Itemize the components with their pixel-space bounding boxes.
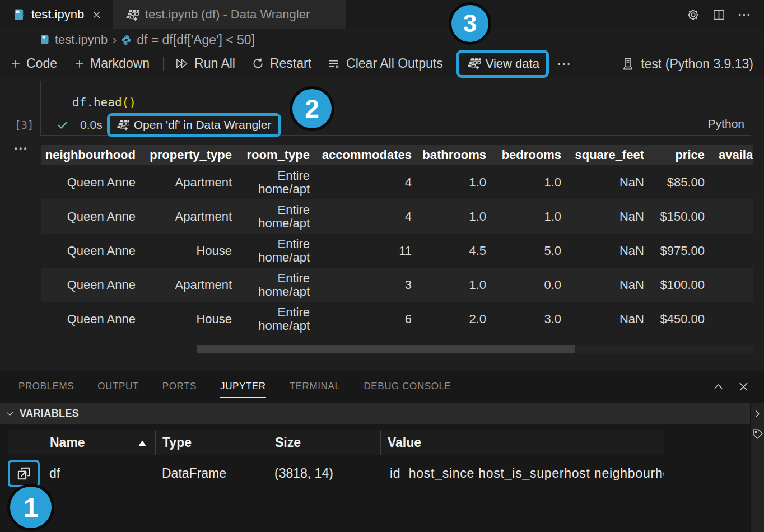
variables-section-title: VARIABLES (20, 408, 79, 419)
table-row: Queen AnneHouse Entire home/apt 114.5 5.… (41, 234, 753, 268)
close-icon[interactable] (92, 10, 101, 20)
kernel-label: test (Python 3.9.13) (641, 57, 753, 72)
restart-button[interactable]: Restart (251, 56, 311, 71)
column-header-type[interactable]: Type (155, 430, 268, 455)
breadcrumb-file[interactable]: test.ipynb (55, 32, 108, 47)
data-wrangler-icon (115, 118, 129, 132)
variables-section-header[interactable]: VARIABLES (0, 403, 750, 424)
sort-ascending-icon (138, 439, 146, 446)
column-header-size[interactable]: Size (268, 430, 380, 455)
variables-grid: Name Type Size Value df DataFrame (3818,… (8, 430, 664, 491)
breadcrumb: test.ipynb › df = df[df['Age'] < 50] (0, 29, 764, 50)
chevron-right-icon[interactable] (752, 409, 762, 419)
table-row: Queen AnneHouse Entire home/apt 62.0 3.0… (41, 302, 753, 336)
close-panel-icon[interactable] (738, 381, 749, 393)
variable-type: DataFrame (155, 466, 268, 481)
notebook-cell[interactable]: df.head() 0.0s Open 'df' in Data Wrangle… (40, 81, 751, 136)
clear-all-outputs-button[interactable]: Clear All Outputs (327, 56, 443, 71)
column-header-name[interactable]: Name (43, 430, 155, 455)
restart-icon (251, 57, 264, 70)
table-row: Queen AnneApartment Entire home/apt 41.0… (41, 199, 753, 234)
open-df-label: Open 'df' in Data Wrangler (134, 118, 272, 132)
notebook-file-icon (13, 8, 25, 21)
variables-grid-header: Name Type Size Value (8, 430, 664, 455)
callout-badge-2: 2 (290, 86, 334, 131)
title-bar: test.ipynb test.ipynb (df) - Data Wrangl… (0, 0, 764, 29)
success-check-icon (57, 119, 69, 131)
column-header-value[interactable]: Value (380, 430, 664, 455)
variable-row-df[interactable]: df DataFrame (3818, 14) id host_since ho… (8, 455, 664, 491)
clear-all-label: Clear All Outputs (346, 56, 443, 71)
cell-code[interactable]: df.head() (72, 96, 136, 109)
split-editor-icon[interactable] (712, 8, 725, 21)
tab-problems[interactable]: PROBLEMS (18, 373, 74, 400)
table-row: Queen AnneApartment Entire home/apt 31.0… (41, 268, 753, 302)
tag-icon[interactable] (752, 428, 763, 440)
cell-language-picker[interactable]: Python (708, 117, 744, 130)
tab-ports[interactable]: PORTS (162, 373, 197, 400)
add-code-label: Code (26, 56, 57, 71)
data-wrangler-icon (124, 8, 139, 22)
restart-label: Restart (270, 56, 311, 71)
clear-all-icon (327, 57, 340, 71)
open-variable-in-data-wrangler-button[interactable] (8, 460, 40, 487)
execution-count: [3] (15, 119, 34, 131)
run-all-button[interactable]: Run All (175, 56, 235, 71)
notebook-file-icon (40, 34, 50, 45)
ellipsis-icon: ⋯ (557, 55, 571, 72)
run-all-icon (175, 57, 188, 70)
variable-size: (3818, 14) (268, 466, 380, 481)
breadcrumb-separator: › (112, 32, 117, 48)
settings-gear-icon[interactable] (686, 8, 700, 22)
dataframe-output-table: neighbourhoodproperty_type room_typeacco… (41, 145, 753, 336)
variable-name: df (43, 466, 155, 481)
horizontal-scrollbar-thumb[interactable] (197, 345, 575, 353)
kernel-picker[interactable]: test (Python 3.9.13) (621, 50, 753, 77)
kernel-environment-icon (621, 57, 635, 71)
callout-badge-3: 3 (449, 2, 491, 45)
add-markdown-button[interactable]: Markdown (74, 56, 150, 71)
bottom-panel: PROBLEMS OUTPUT PORTS JUPYTER TERMINAL D… (0, 371, 764, 532)
open-in-data-viewer-icon (16, 465, 32, 482)
tab-output[interactable]: OUTPUT (97, 373, 138, 400)
add-markdown-label: Markdown (90, 56, 150, 71)
more-actions-icon[interactable] (738, 8, 751, 21)
table-header-row: neighbourhoodproperty_type room_typeacco… (41, 145, 753, 165)
tab-test-ipynb[interactable]: test.ipynb (0, 0, 113, 29)
chevron-down-icon (5, 409, 15, 418)
table-row: Queen AnneApartment Entire home/apt 41.0… (41, 165, 753, 199)
plus-icon (10, 58, 21, 69)
add-code-button[interactable]: Code (10, 56, 57, 71)
panel-side-rail (750, 403, 764, 532)
run-all-label: Run All (194, 56, 235, 71)
tab-debug-console[interactable]: DEBUG CONSOLE (364, 373, 451, 400)
tab-jupyter[interactable]: JUPYTER (220, 373, 266, 400)
cell-status-bar: 0.0s Open 'df' in Data Wrangler (41, 114, 751, 136)
toolbar-more-button[interactable]: ⋯ (557, 55, 571, 72)
tab-data-wrangler[interactable]: test.ipynb (df) - Data Wrangler (113, 0, 346, 29)
view-data-label: View data (486, 57, 539, 71)
panel-tab-bar: PROBLEMS OUTPUT PORTS JUPYTER TERMINAL D… (18, 371, 475, 402)
open-df-in-data-wrangler-button[interactable]: Open 'df' in Data Wrangler (107, 113, 282, 137)
tab-label: test.ipynb (31, 7, 84, 22)
execution-time: 0.0s (80, 118, 103, 132)
breadcrumb-code[interactable]: df = df[df['Age'] < 50] (137, 32, 255, 48)
view-data-button[interactable]: View data (456, 50, 549, 78)
data-wrangler-icon (466, 57, 481, 71)
maximize-panel-icon[interactable] (712, 381, 724, 393)
callout-badge-1: 1 (7, 484, 54, 531)
variable-value: id host_since host_is_superhost neighbou… (380, 466, 664, 481)
tab-terminal[interactable]: TERMINAL (290, 373, 341, 400)
plus-icon (74, 58, 85, 69)
output-more-actions[interactable]: ⋯ (13, 140, 29, 156)
python-icon (121, 35, 132, 45)
tab-label: test.ipynb (df) - Data Wrangler (145, 7, 310, 22)
